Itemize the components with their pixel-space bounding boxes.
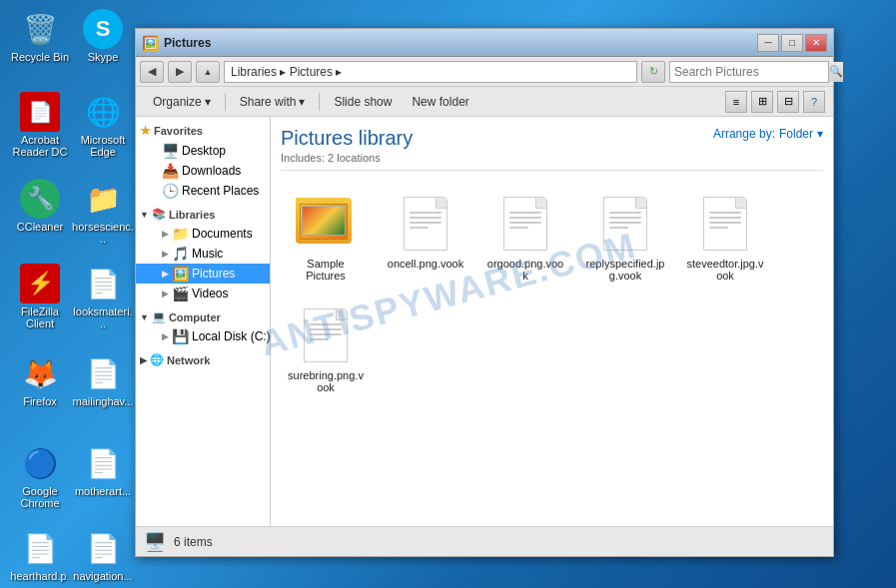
pictures-folder-icon: 🖼️: [142, 35, 158, 51]
search-button[interactable]: 🔍: [828, 62, 843, 82]
nav-documents[interactable]: ▶ 📁 Documents: [136, 224, 270, 244]
view-tiles-button[interactable]: ⊟: [777, 91, 799, 113]
organize-button[interactable]: Organize ▾: [144, 92, 220, 112]
address-bar: ◀ ▶ ▲ Libraries ▸ Pictures ▸ ↻ 🔍: [136, 57, 833, 87]
file-label-1: oncell.png.vook: [388, 258, 463, 270]
library-header: Pictures library Includes: 2 locations A…: [281, 127, 823, 171]
arrange-by: Arrange by: Folder ▾: [713, 127, 823, 141]
view-options: ≡ ⊞ ⊟ ?: [725, 91, 825, 113]
acrobat-icon[interactable]: 📄 Acrobat Reader DC: [5, 88, 75, 162]
status-bar: 🖥️ 6 items: [136, 526, 833, 556]
files-grid: Sample Pictures: [281, 179, 823, 408]
network-icon: 🌐: [150, 353, 164, 366]
file-sample-pictures[interactable]: Sample Pictures: [281, 187, 371, 289]
nav-recent-places[interactable]: 🕒 Recent Places: [136, 181, 270, 201]
close-button[interactable]: ✕: [805, 34, 827, 52]
forward-button[interactable]: ▶: [168, 61, 192, 83]
title-bar: 🖼️ Pictures ─ □ ✕: [136, 29, 833, 57]
doc-icon-2: [503, 197, 547, 251]
desktop-folder-icon: 🖥️: [162, 143, 179, 159]
filezilla-icon[interactable]: ⚡ FileZilla Client: [5, 260, 75, 333]
address-breadcrumb[interactable]: Libraries ▸ Pictures ▸: [224, 61, 637, 83]
up-button[interactable]: ▲: [196, 61, 220, 83]
back-button[interactable]: ◀: [140, 61, 164, 83]
doc-icon-1: [404, 197, 448, 251]
slide-show-button[interactable]: Slide show: [325, 92, 401, 112]
maximize-button[interactable]: □: [781, 34, 803, 52]
nav-music[interactable]: ▶ 🎵 Music: [136, 244, 270, 264]
recycle-bin-icon[interactable]: 🗑️ Recycle Bin: [5, 5, 75, 67]
skype-icon[interactable]: S Skype: [68, 5, 138, 67]
file-label-0: Sample Pictures: [286, 258, 366, 282]
edge-icon[interactable]: 🌐 Microsoft Edge: [68, 88, 138, 162]
nav-local-disk[interactable]: ▶ 💾 Local Disk (C:): [136, 326, 270, 346]
computer-header[interactable]: ▼ 💻 Computer: [136, 307, 270, 326]
folder-with-image-icon: [296, 198, 356, 250]
navigation-pane: ★ Favorites 🖥️ Desktop 📥 Downloads 🕒 Rec…: [136, 117, 271, 526]
files-pane: Pictures library Includes: 2 locations A…: [271, 117, 833, 526]
network-header[interactable]: ▶ 🌐 Network: [136, 350, 270, 369]
documents-folder-icon: 📁: [172, 226, 189, 242]
file-label-5: surebring.png.vook: [286, 369, 366, 393]
help-button[interactable]: ?: [803, 91, 825, 113]
file-label-3: replyspecified.jpg.vook: [585, 258, 665, 282]
search-box: 🔍: [669, 61, 829, 83]
window-controls: ─ □ ✕: [757, 34, 827, 52]
file-label-4: steveedtor.jpg.vook: [685, 258, 765, 282]
libraries-header[interactable]: ▼ 📚 Libraries: [136, 205, 270, 224]
favorites-header[interactable]: ★ Favorites: [136, 121, 270, 141]
arrange-by-dropdown[interactable]: Folder: [779, 127, 813, 141]
nav-videos[interactable]: ▶ 🎬 Videos: [136, 284, 270, 303]
status-pc-icon: 🖥️: [144, 531, 166, 553]
nav-downloads[interactable]: 📥 Downloads: [136, 161, 270, 181]
horsescience-icon[interactable]: 📁 horsescienc...: [68, 175, 138, 249]
nav-desktop[interactable]: 🖥️ Desktop: [136, 141, 270, 161]
libraries-icon: 📚: [152, 208, 166, 221]
status-items-count: 6 items: [174, 535, 213, 549]
firefox-icon[interactable]: 🦊 Firefox: [5, 349, 75, 411]
search-input[interactable]: [670, 65, 828, 79]
file-oncell[interactable]: oncell.png.vook: [381, 187, 470, 289]
motherart-icon[interactable]: 📄 motherart...: [68, 439, 138, 501]
new-folder-button[interactable]: New folder: [403, 92, 477, 112]
doc-icon-4: [703, 197, 747, 251]
mailingway-icon[interactable]: 📄 mailinghav...: [68, 349, 138, 411]
refresh-button[interactable]: ↻: [641, 61, 665, 83]
content-area: ★ Favorites 🖥️ Desktop 📥 Downloads 🕒 Rec…: [136, 117, 833, 526]
file-label-2: orgood.png.vook: [485, 258, 565, 282]
minimize-button[interactable]: ─: [757, 34, 779, 52]
explorer-window: 🖼️ Pictures ─ □ ✕ ◀ ▶ ▲ Libraries ▸ Pict…: [135, 28, 834, 557]
looksmatter-icon[interactable]: 📄 looksmateri...: [68, 260, 138, 333]
ccleaner-icon[interactable]: 🔧 CCleaner: [5, 175, 75, 237]
toolbar-separator-2: [319, 93, 320, 111]
window-title: Pictures: [164, 36, 757, 50]
file-orgood[interactable]: orgood.png.vook: [480, 187, 570, 289]
toolbar: Organize ▾ Share with ▾ Slide show New f…: [136, 87, 833, 117]
view-details-button[interactable]: ⊞: [751, 91, 773, 113]
doc-icon-5: [304, 308, 348, 362]
hearthard-icon[interactable]: 📄 hearthard.p...: [5, 524, 75, 588]
library-title: Pictures library: [281, 127, 413, 150]
pictures-nav-icon: 🖼️: [172, 266, 189, 282]
disk-icon: 💾: [172, 328, 189, 344]
file-steveeditor[interactable]: steveedtor.jpg.vook: [680, 187, 770, 289]
computer-icon: 💻: [152, 310, 166, 323]
file-replyspecified[interactable]: replyspecified.jpg.vook: [580, 187, 670, 289]
navigation-icon[interactable]: 📄 navigation...: [68, 524, 138, 586]
doc-icon-3: [603, 197, 647, 251]
nav-pictures[interactable]: ▶ 🖼️ Pictures: [136, 264, 270, 284]
downloads-folder-icon: 📥: [162, 163, 179, 179]
recent-folder-icon: 🕒: [162, 183, 179, 199]
music-folder-icon: 🎵: [172, 246, 189, 262]
chrome-icon[interactable]: 🔵 Google Chrome: [5, 439, 75, 513]
share-with-button[interactable]: Share with ▾: [231, 92, 315, 112]
videos-folder-icon: 🎬: [172, 286, 189, 301]
toolbar-separator-1: [225, 93, 226, 111]
view-list-button[interactable]: ≡: [725, 91, 747, 113]
file-surebring[interactable]: surebring.png.vook: [281, 298, 371, 400]
library-subtitle: Includes: 2 locations: [281, 152, 413, 164]
